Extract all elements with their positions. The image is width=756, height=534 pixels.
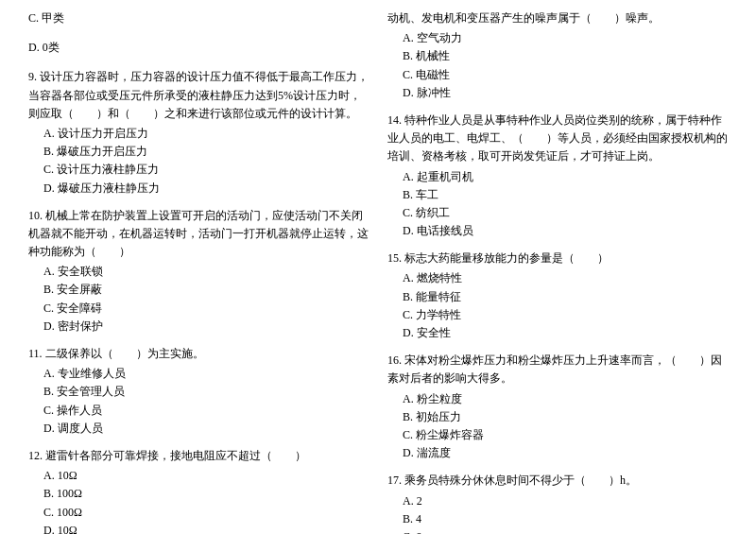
q17-option-b: B. 4 (387, 510, 728, 528)
q9-option-b: B. 爆破压力开启压力 (28, 143, 369, 161)
question-9: 9. 设计压力容器时，压力容器的设计压力值不得低于最高工作压力，当容器各部位或受… (28, 68, 369, 197)
q12-option-a: A. 10Ω (28, 467, 369, 485)
q13-option-a: A. 空气动力 (387, 29, 728, 47)
q15-option-c: C. 力学特性 (387, 306, 728, 324)
question-13-cont-text: 动机、发电机和变压器产生的噪声属于（ ）噪声。 (387, 9, 728, 27)
question-14-text: 14. 特种作业人员是从事特种作业人员岗位类别的统称，属于特种作业人员的电工、电… (387, 112, 728, 166)
q16-option-a: A. 粉尘粒度 (387, 390, 728, 408)
q17-option-a: A. 2 (387, 492, 728, 510)
question-10: 10. 机械上常在防护装置上设置可开启的活动门，应使活动门不关闭机器就不能开动，… (28, 207, 369, 336)
q14-option-c: C. 纺织工 (387, 204, 728, 222)
question-17-text: 17. 乘务员特殊分休休息时间不得少于（ ）h。 (387, 472, 728, 490)
question-12: 12. 避雷针各部分可靠焊接，接地电阻应不超过（ ） A. 10Ω B. 100… (28, 447, 369, 534)
question-15-text: 15. 标志大药能量移放能力的参量是（ ） (387, 250, 728, 267)
q9-option-a: A. 设计压力开启压力 (28, 125, 369, 143)
question-10-text: 10. 机械上常在防护装置上设置可开启的活动门，应使活动门不关闭机器就不能开动，… (28, 207, 369, 262)
q11-option-c: C. 操作人员 (28, 402, 369, 420)
option-c-text: C. 甲类 (28, 9, 369, 27)
question-11-text: 11. 二级保养以（ ）为主实施。 (28, 345, 369, 363)
question-15: 15. 标志大药能量移放能力的参量是（ ） A. 燃烧特性 B. 能量特征 C.… (387, 250, 728, 342)
q17-option-c: C. 6 (387, 528, 728, 534)
q12-option-c: C. 100Ω (28, 504, 369, 522)
page-content: C. 甲类 D. 0类 9. 设计压力容器时，压力容器的设计压力值不得低于最高工… (28, 9, 728, 534)
question-13-cont: 动机、发电机和变压器产生的噪声属于（ ）噪声。 A. 空气动力 B. 机械性 C… (387, 9, 728, 102)
q14-option-d: D. 电话接线员 (387, 222, 728, 240)
q16-option-d: D. 湍流度 (387, 444, 728, 462)
q16-option-b: B. 初始压力 (387, 408, 728, 426)
right-column: 动机、发电机和变压器产生的噪声属于（ ）噪声。 A. 空气动力 B. 机械性 C… (387, 9, 728, 534)
q15-option-a: A. 燃烧特性 (387, 269, 728, 287)
q14-option-b: B. 车工 (387, 186, 728, 204)
q13-option-c: C. 电磁性 (387, 66, 728, 84)
q11-option-d: D. 调度人员 (28, 420, 369, 438)
question-16: 16. 宋体对粉尘爆炸压力和粉尘爆炸压力上升速率而言，（ ）因素对后者的影响大得… (387, 352, 728, 462)
q9-option-d: D. 爆破压力液柱静压力 (28, 180, 369, 198)
two-column-layout: C. 甲类 D. 0类 9. 设计压力容器时，压力容器的设计压力值不得低于最高工… (28, 9, 728, 534)
question-9-text: 9. 设计压力容器时，压力容器的设计压力值不得低于最高工作压力，当容器各部位或受… (28, 68, 369, 123)
q10-option-c: C. 安全障碍 (28, 300, 369, 318)
option-d-text: D. 0类 (28, 39, 369, 57)
q16-option-c: C. 粉尘爆炸容器 (387, 426, 728, 444)
q11-option-a: A. 专业维修人员 (28, 365, 369, 383)
q15-option-d: D. 安全性 (387, 324, 728, 342)
question-14: 14. 特种作业人员是从事特种作业人员岗位类别的统称，属于特种作业人员的电工、电… (387, 112, 728, 240)
question-17: 17. 乘务员特殊分休休息时间不得少于（ ）h。 A. 2 B. 4 C. 6 (387, 472, 728, 534)
question-12-text: 12. 避雷针各部分可靠焊接，接地电阻应不超过（ ） (28, 447, 369, 465)
q13-option-d: D. 脉冲性 (387, 84, 728, 102)
option-d-item: D. 0类 (28, 39, 369, 59)
q15-option-b: B. 能量特征 (387, 288, 728, 306)
q12-option-d: D. 10Ω (28, 522, 369, 534)
question-16-text: 16. 宋体对粉尘爆炸压力和粉尘爆炸压力上升速率而言，（ ）因素对后者的影响大得… (387, 352, 728, 388)
q9-option-c: C. 设计压力液柱静压力 (28, 161, 369, 179)
q14-option-a: A. 起重机司机 (387, 168, 728, 186)
option-c-item: C. 甲类 (28, 9, 369, 29)
left-column: C. 甲类 D. 0类 9. 设计压力容器时，压力容器的设计压力值不得低于最高工… (28, 9, 369, 534)
q11-option-b: B. 安全管理人员 (28, 383, 369, 401)
q10-option-d: D. 密封保护 (28, 318, 369, 336)
q10-option-b: B. 安全屏蔽 (28, 281, 369, 299)
q10-option-a: A. 安全联锁 (28, 263, 369, 281)
question-11: 11. 二级保养以（ ）为主实施。 A. 专业维修人员 B. 安全管理人员 C.… (28, 345, 369, 438)
q12-option-b: B. 100Ω (28, 485, 369, 503)
q13-option-b: B. 机械性 (387, 47, 728, 65)
